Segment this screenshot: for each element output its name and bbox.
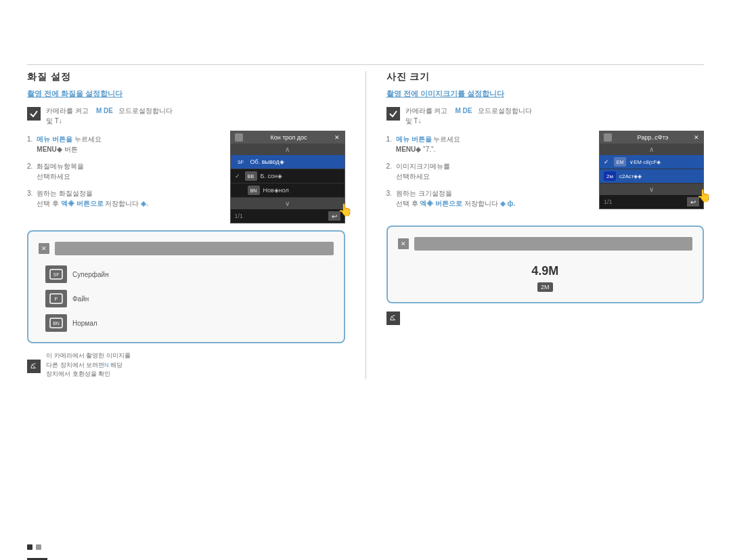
right-step-1: 1. 메뉴 버튼을 누르세요 MENU◈ "7.".: [386, 134, 593, 154]
svg-text:F: F: [55, 296, 58, 302]
right-dialog-header: ✕: [398, 237, 693, 251]
page-dot-2: [36, 544, 41, 550]
right-section-title: 사진 크기: [386, 71, 705, 83]
page-layout: 화질 설정 촬영 전에 화질을 설정합니다 카메라를 켜고 M DE 모드로설정…: [27, 71, 704, 379]
left-steps-with-popup: 1. 메뉴 버튼을 누르세요 MENU◈ 버튼 2. 화질메뉴항목을선택하세요: [27, 134, 345, 223]
right-popup-close[interactable]: ✕: [694, 134, 699, 141]
right-popup-title-icon: [604, 133, 612, 142]
right-dialog-box: ✕ 4.9M 2M: [386, 225, 705, 303]
left-note-box: 이 카메라에서 촬영한 이미지를 다른 장치에서 보려면N 해당 장치에서 호환…: [27, 351, 345, 379]
svg-line-6: [32, 364, 35, 365]
right-hand-cursor: 👆: [696, 188, 711, 203]
right-dialog-size-badge: 2M: [537, 282, 553, 292]
right-popup-item-2[interactable]: 2м с2Аст◈◈: [600, 169, 703, 184]
left-popup-item-3[interactable]: BN Нов◈нол: [231, 184, 345, 198]
right-dialog-size-value: 4.9M: [398, 264, 693, 278]
left-hand-cursor: 👆: [338, 202, 353, 217]
right-section-subtitle: 촬영 전에 이미지크기를 설정합니다: [386, 89, 705, 99]
left-popup-title-text: Кон трол дос: [270, 134, 307, 141]
left-step-1: 1. 메뉴 버튼을 누르세요 MENU◈ 버튼: [27, 134, 223, 154]
page-dot-1: [27, 544, 32, 550]
right-popup-item-1-icon: EM: [614, 157, 626, 167]
left-dialog-item-3-icon: BN: [45, 314, 67, 332]
left-dialog-header: ✕: [39, 242, 334, 255]
left-check-icon: [27, 107, 41, 121]
left-popup-item-1-icon: SF: [235, 157, 247, 167]
top-divider: [27, 64, 704, 65]
left-popup-nav-up[interactable]: ∧: [231, 144, 345, 155]
right-prereq-box: 카메라를 켜고 M DE 모드로설정합니다 및 T↓: [386, 106, 705, 126]
right-section: 사진 크기 촬영 전에 이미지크기를 설정합니다 카메라를 켜고 M DE 모드…: [386, 71, 705, 379]
right-steps-with-popup: 1. 메뉴 버튼을 누르세요 MENU◈ "7.". 2. 이미지크기메뉴를선택…: [386, 134, 705, 219]
right-popup-counter: 1/1: [604, 198, 613, 205]
right-popup-nav-up[interactable]: ∧: [600, 144, 703, 155]
left-prereq-box: 카메라를 켜고 M DE 모드로설정합니다 및 T↓: [27, 106, 345, 126]
right-popup-title-text: Рарр..сФтэ: [638, 134, 669, 141]
left-popup-title-bar: Кон трол дос ✕: [231, 131, 345, 144]
left-dialog-item-2: F Файн: [45, 290, 334, 307]
right-popup-title-bar: Рарр..сФтэ ✕: [600, 131, 703, 144]
right-popup-nav-down[interactable]: ∨: [600, 184, 703, 195]
right-prereq-text: 카메라를 켜고 M DE 모드로설정합니다 및 T↓: [405, 106, 532, 126]
left-note-pencil-icon: [27, 360, 41, 373]
left-popup-close[interactable]: ✕: [334, 134, 340, 141]
right-dialog-size-display: 4.9M 2M: [398, 264, 693, 292]
left-popup-nav-down[interactable]: ∨: [231, 198, 345, 209]
right-step-2: 2. 이미지크기메뉴를선택하세요: [386, 161, 593, 181]
left-popup-item-2-icon: BB: [245, 171, 257, 181]
left-step-2: 2. 화질메뉴항목을선택하세요: [27, 161, 223, 181]
right-note-icon-wrapper: [386, 311, 705, 325]
left-popup-title-icon: [235, 133, 243, 142]
right-popup-item-2-icon: 2м: [604, 171, 616, 181]
left-steps: 1. 메뉴 버튼을 누르세요 MENU◈ 버튼 2. 화질메뉴항목을선택하세요: [27, 134, 223, 209]
left-note-text: 이 카메라에서 촬영한 이미지를 다른 장치에서 보려면N 해당 장치에서 호환…: [46, 351, 131, 379]
left-prereq-text: 카메라를 켜고 M DE 모드로설정합니다 및 T↓: [46, 106, 173, 126]
vertical-divider: [366, 71, 366, 379]
right-dialog-close-btn[interactable]: ✕: [398, 238, 409, 249]
left-section: 화질 설정 촬영 전에 화질을 설정합니다 카메라를 켜고 M DE 모드로설정…: [27, 71, 345, 379]
left-popup-menu: Кон трол дос ✕ ∧ SF Об. вывод◈ ✓ BB Б. с…: [230, 131, 345, 223]
left-popup-item-2[interactable]: ✓ BB Б. сон◈: [231, 169, 345, 184]
right-steps: 1. 메뉴 버튼을 누르세요 MENU◈ "7.". 2. 이미지크기메뉴를선택…: [386, 134, 593, 209]
svg-text:BN: BN: [53, 321, 60, 326]
left-popup-counter: 1/1: [235, 213, 244, 219]
left-steps-col: 1. 메뉴 버튼을 누르세요 MENU◈ 버튼 2. 화질메뉴항목을선택하세요: [27, 134, 223, 223]
left-dialog-close-btn[interactable]: ✕: [39, 243, 49, 254]
left-dialog-item-3: BN Нормал: [45, 314, 334, 332]
right-dialog-title-bar: [414, 237, 693, 251]
right-note-pencil-icon: [386, 311, 400, 325]
page-indicator: [27, 544, 41, 550]
left-dialog-items: SF Суперфайн F Файн: [39, 265, 334, 332]
left-popup-item-1[interactable]: SF Об. вывод◈: [231, 155, 345, 169]
right-step-3: 3. 원하는 크기설정을 선택 후 엑◈ 버튼으로 저장합니다 ◈ ф.: [386, 188, 593, 209]
right-check-icon: [386, 107, 400, 121]
left-dialog-title-bar: [55, 242, 334, 255]
left-dialog-item-1-icon: SF: [45, 265, 67, 283]
right-steps-col: 1. 메뉴 버튼을 누르세요 MENU◈ "7.". 2. 이미지크기메뉴를선택…: [386, 134, 593, 219]
right-popup-menu: Рарр..сФтэ ✕ ∧ ✓ EM ∨EM с8(сF◈ 2м с2Аст◈…: [599, 131, 704, 209]
left-step-3: 3. 원하는 화질설정을 선택 후 엑◈ 버튼으로 저장합니다 ◈.: [27, 188, 223, 209]
left-dialog-item-1: SF Суперфайн: [45, 265, 334, 283]
svg-line-7: [391, 316, 395, 317]
right-popup-item-1[interactable]: ✓ EM ∨EM с8(сF◈: [600, 155, 703, 169]
left-section-title: 화질 설정: [27, 71, 345, 83]
left-dialog-box: ✕ SF Суперфайн: [27, 230, 345, 343]
left-dialog-item-2-icon: F: [45, 290, 67, 307]
left-section-subtitle: 촬영 전에 화질을 설정합니다: [27, 89, 345, 99]
svg-text:SF: SF: [53, 272, 60, 277]
left-popup-item-3-icon: BN: [248, 186, 260, 195]
